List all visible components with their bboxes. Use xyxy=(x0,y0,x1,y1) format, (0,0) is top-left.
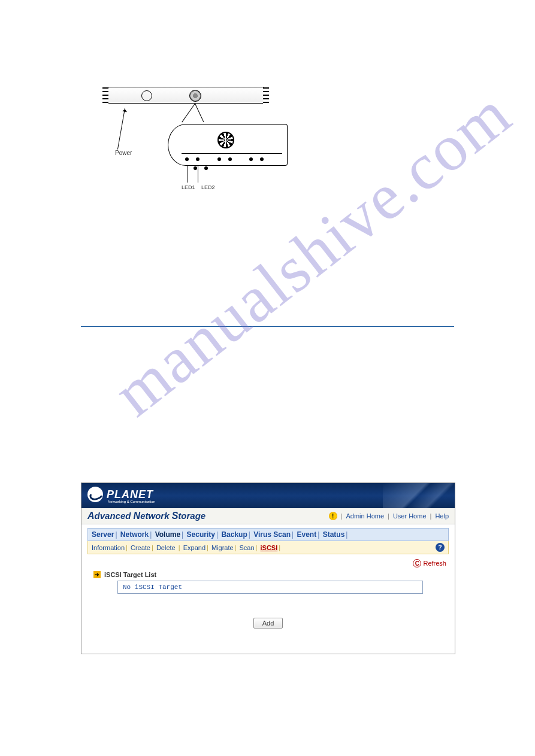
tab-server[interactable]: Server xyxy=(92,530,114,539)
iscsi-target-list-box: No iSCSI Target xyxy=(117,581,423,594)
tab-volume[interactable]: Volume xyxy=(155,530,180,539)
tab-security[interactable]: Security xyxy=(187,530,215,539)
app-title: Advanced Network Storage xyxy=(87,511,205,521)
help-link[interactable]: Help xyxy=(435,512,449,520)
subtab-delete[interactable]: Delete xyxy=(156,544,176,551)
admin-home-link[interactable]: Admin Home xyxy=(346,512,384,520)
refresh-row: CRefresh xyxy=(87,554,449,570)
power-label: Power xyxy=(115,150,132,156)
subtab-expand[interactable]: Expand xyxy=(183,544,205,551)
hardware-diagram: Power LED1 LED2 xyxy=(108,87,288,207)
tab-network[interactable]: Network xyxy=(120,530,149,539)
refresh-icon[interactable]: C xyxy=(413,559,421,567)
ui-header-banner: PLANET Networking & Communication xyxy=(81,483,455,508)
tab-event[interactable]: Event xyxy=(297,530,317,539)
ui-title-bar: Advanced Network Storage ! | Admin Home … xyxy=(81,508,455,524)
subtab-migrate[interactable]: Migrate xyxy=(211,544,234,551)
refresh-link[interactable]: Refresh xyxy=(423,560,446,567)
user-home-link[interactable]: User Home xyxy=(393,512,427,520)
subtab-information[interactable]: Information xyxy=(92,544,125,551)
led2-label: LED2 xyxy=(201,184,215,190)
subtab-create[interactable]: Create xyxy=(131,544,150,551)
section-title: iSCSI Target List xyxy=(104,571,156,578)
tab-status[interactable]: Status xyxy=(323,530,345,539)
help-icon[interactable]: ? xyxy=(436,543,445,552)
led-labels: LED1 LED2 xyxy=(182,184,220,190)
subtab-iscsi[interactable]: iSCSI xyxy=(261,544,278,551)
fan-icon xyxy=(217,132,234,148)
sub-tab-bar: Information| Create| Delete | Expand| Mi… xyxy=(87,541,449,554)
brand-tagline: Networking & Communication xyxy=(108,500,155,503)
section-divider xyxy=(81,326,454,327)
planet-logo-icon xyxy=(87,487,103,502)
tab-backup[interactable]: Backup xyxy=(221,530,247,539)
rack-unit-illustration xyxy=(108,87,264,104)
led1-label: LED1 xyxy=(182,184,195,190)
main-tab-bar: Server| Network| Volume| Security| Backu… xyxy=(87,528,449,541)
alert-icon[interactable]: ! xyxy=(329,512,337,520)
add-button[interactable]: Add xyxy=(253,618,283,629)
empty-list-message: No iSCSI Target xyxy=(123,584,182,591)
subtab-scan[interactable]: Scan xyxy=(240,544,255,551)
brand-name: PLANET xyxy=(107,488,153,501)
tab-virus-scan[interactable]: Virus Scan xyxy=(253,530,291,539)
section-heading: ➔ iSCSI Target List xyxy=(93,571,443,578)
rack-detail-illustration xyxy=(168,124,288,166)
admin-ui-screenshot: PLANET Networking & Communication Advanc… xyxy=(81,482,455,654)
top-nav: ! | Admin Home | User Home | Help xyxy=(329,512,449,520)
arrow-right-icon: ➔ xyxy=(93,571,101,578)
arrow-icon xyxy=(117,108,125,149)
